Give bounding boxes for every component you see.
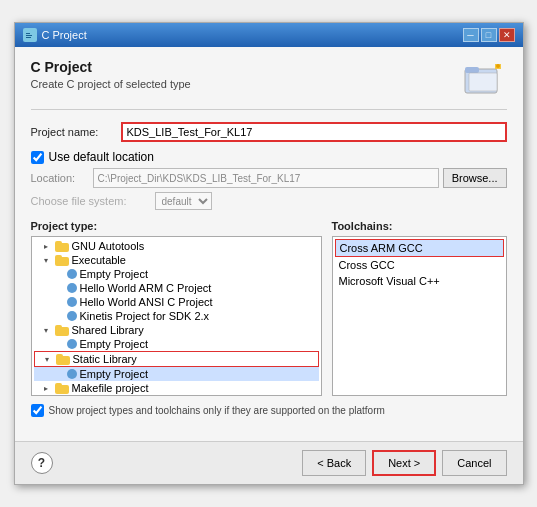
project-name-row: Project name: — [31, 122, 507, 142]
toolchain-label: Toolchains: — [332, 220, 507, 232]
back-button[interactable]: < Back — [302, 450, 366, 476]
bullet-empty2 — [67, 339, 77, 349]
browse-button[interactable]: Browse... — [443, 168, 507, 188]
bullet-hello-arm — [67, 283, 77, 293]
title-bar-controls: ─ □ ✕ — [463, 28, 515, 42]
tree-item-makefile[interactable]: Makefile project — [34, 381, 319, 395]
arrow-shared-lib — [44, 326, 54, 335]
tree-item-empty-1[interactable]: Empty Project — [34, 267, 319, 281]
dialog-footer: ? < Back Next > Cancel — [15, 441, 523, 484]
info-text: Show project types and toolchains only i… — [49, 405, 385, 416]
title-bar-icon — [23, 28, 37, 42]
tree-item-gnu-autotools[interactable]: GNU Autotools — [34, 239, 319, 253]
dialog-window: C Project ─ □ ✕ C Project Create C proje… — [14, 22, 524, 485]
bullet-hello-ansi — [67, 297, 77, 307]
tree-item-kinetis[interactable]: Kinetis Project for SDK 2.x — [34, 309, 319, 323]
toolchain-cross-arm-gcc[interactable]: Cross ARM GCC — [335, 239, 504, 257]
default-location-checkbox[interactable] — [31, 151, 44, 164]
project-type-tree[interactable]: GNU Autotools Executable Empty Project — [31, 236, 322, 396]
dialog-subheading: Create C project of selected type — [31, 78, 191, 90]
tree-item-executable[interactable]: Executable — [34, 253, 319, 267]
folder-icon-gnu-autotools — [55, 241, 69, 252]
location-label: Location: — [31, 172, 89, 184]
svg-rect-5 — [465, 67, 479, 73]
location-input[interactable] — [93, 168, 439, 188]
footer-right: < Back Next > Cancel — [302, 450, 506, 476]
toolchain-cross-gcc[interactable]: Cross GCC — [335, 257, 504, 273]
svg-rect-1 — [26, 33, 30, 34]
minimize-button[interactable]: ─ — [463, 28, 479, 42]
svg-rect-6 — [469, 73, 497, 91]
footer-left: ? — [31, 452, 53, 474]
arrow-makefile — [44, 384, 54, 393]
tree-item-empty-2[interactable]: Empty Project — [34, 337, 319, 351]
folder-icon-executable — [55, 255, 69, 266]
toolchain-ms-visual-cpp[interactable]: Microsoft Visual C++ — [335, 273, 504, 289]
title-bar-left: C Project — [23, 28, 87, 42]
default-location-label: Use default location — [49, 150, 154, 164]
dialog-header: C Project Create C project of selected t… — [31, 59, 507, 110]
arrow-executable — [44, 256, 54, 265]
title-bar: C Project ─ □ ✕ — [15, 23, 523, 47]
filesystem-select[interactable]: default — [155, 192, 212, 210]
filesystem-label: Choose file system: — [31, 195, 151, 207]
tree-item-shared-library[interactable]: Shared Library — [34, 323, 319, 337]
header-icon — [459, 59, 507, 99]
location-row: Location: Browse... — [31, 168, 507, 188]
project-name-input[interactable] — [121, 122, 507, 142]
tree-item-empty-3[interactable]: Empty Project — [34, 367, 319, 381]
tree-item-hello-ansi[interactable]: Hello World ANSI C Project — [34, 295, 319, 309]
title-bar-label: C Project — [42, 29, 87, 41]
dialog-heading: C Project — [31, 59, 191, 75]
svg-rect-3 — [26, 37, 31, 38]
close-button[interactable]: ✕ — [499, 28, 515, 42]
project-type-panel: Project type: GNU Autotools Executable — [31, 220, 322, 396]
svg-point-9 — [496, 64, 500, 68]
maximize-button[interactable]: □ — [481, 28, 497, 42]
bullet-empty3 — [67, 369, 77, 379]
dialog-body: C Project Create C project of selected t… — [15, 47, 523, 441]
project-section: Project type: GNU Autotools Executable — [31, 220, 507, 396]
folder-icon-static-lib — [56, 354, 70, 365]
filesystem-row: Choose file system: default — [31, 192, 507, 210]
tree-item-hello-arm[interactable]: Hello World ARM C Project — [34, 281, 319, 295]
folder-icon-shared-lib — [55, 325, 69, 336]
cancel-button[interactable]: Cancel — [442, 450, 506, 476]
project-name-label: Project name: — [31, 126, 121, 138]
tree-item-static-library[interactable]: Static Library — [34, 351, 319, 367]
info-checkbox-row: Show project types and toolchains only i… — [31, 404, 507, 417]
arrow-gnu-autotools — [44, 242, 54, 251]
bullet-kinetis — [67, 311, 77, 321]
bullet-empty1 — [67, 269, 77, 279]
arrow-static-lib — [45, 355, 55, 364]
toolchain-panel-container: Toolchains: Cross ARM GCC Cross GCC Micr… — [332, 220, 507, 396]
help-button[interactable]: ? — [31, 452, 53, 474]
next-button[interactable]: Next > — [372, 450, 436, 476]
info-checkbox[interactable] — [31, 404, 44, 417]
project-type-label: Project type: — [31, 220, 322, 232]
svg-rect-2 — [26, 35, 32, 36]
project-folder-icon — [463, 59, 503, 99]
dialog-header-text: C Project Create C project of selected t… — [31, 59, 191, 90]
static-library-label: Static Library — [73, 353, 137, 365]
default-location-row: Use default location — [31, 150, 507, 164]
folder-icon-makefile — [55, 383, 69, 394]
toolchain-panel[interactable]: Cross ARM GCC Cross GCC Microsoft Visual… — [332, 236, 507, 396]
